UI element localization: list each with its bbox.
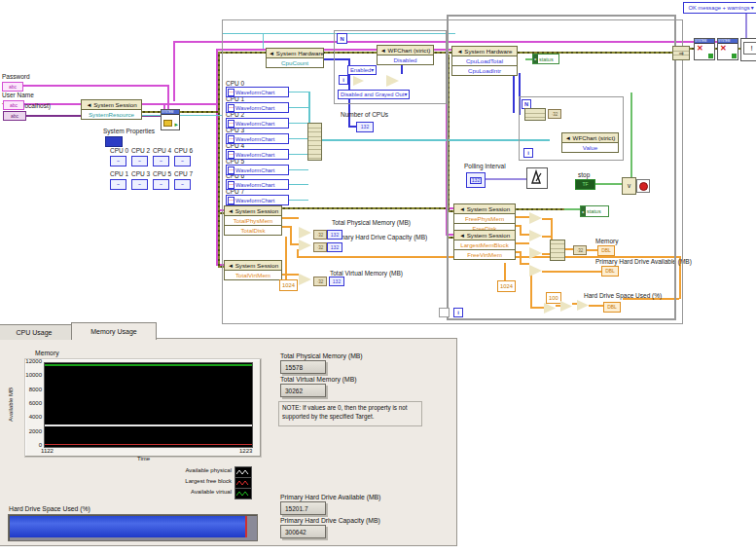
property-row[interactable]: FreeVirtMem [454, 249, 515, 259]
conversion-node[interactable]: ·32 [313, 242, 327, 252]
property-node-system-hardware-load[interactable]: ◄ System Hardware CpuLoadTotal CpuLoadIn… [451, 46, 518, 76]
total-virtual-terminal[interactable]: 132 [329, 277, 344, 286]
primary-available-value: 15201.7 [280, 501, 326, 515]
conversion-node[interactable]: ·32 [548, 109, 561, 119]
ref-in-icon: ◄ [459, 205, 467, 212]
chart-ref-icon [228, 89, 234, 96]
username-label: User Name [2, 92, 34, 98]
property-row[interactable]: TotalPhysMem [225, 215, 281, 225]
cpu-chart-terminal[interactable]: ~ [131, 156, 148, 166]
property-row[interactable]: TotalVirtMem [225, 270, 281, 279]
chart-ref-icon [228, 181, 234, 189]
waveform-chart-ref[interactable]: WaveformChart [226, 118, 289, 129]
wait-metronome-node[interactable] [526, 167, 548, 189]
property-row[interactable]: Value [562, 142, 618, 152]
hd-usage-bar[interactable] [8, 514, 258, 541]
password-terminal[interactable]: abc [2, 82, 23, 92]
property-node-wfchart-value[interactable]: ◄ WFChart (strict) Value [561, 132, 619, 153]
hd-bar-marker [245, 516, 247, 537]
iteration-terminal: i [453, 308, 463, 317]
property-row[interactable]: CpuLoadTotal [452, 55, 517, 65]
disabled-grayed-enum[interactable]: Disabled and Grayed Out▾ [338, 90, 410, 99]
username-terminal[interactable]: abc [3, 100, 24, 110]
property-node-wfchart-disabled[interactable]: ◄ WFChart (strict) Disabled [377, 45, 434, 65]
property-row[interactable]: Disabled [378, 55, 433, 64]
conversion-node[interactable]: ·32 [313, 230, 327, 240]
constant-1024[interactable]: 1024 [279, 279, 298, 291]
property-row[interactable]: LargestMemBlock [454, 240, 515, 249]
primary-capacity-terminal[interactable]: 132 [327, 242, 342, 252]
waveform-chart-ref[interactable]: WaveformChart [226, 195, 289, 205]
total-physical-terminal[interactable]: 132 [327, 230, 342, 240]
legend-swatch[interactable] [234, 488, 252, 499]
status-indicator[interactable]: ▸status [532, 54, 559, 64]
open-session-vi[interactable]: SYSTEM▸ [161, 109, 180, 130]
property-node-system-session[interactable]: ◄ System Session SystemResource [81, 99, 142, 120]
property-node-total-mem[interactable]: ◄ System Session TotalPhysMem TotalDisk [224, 205, 282, 236]
conversion-node[interactable]: ·32 [313, 277, 327, 286]
constant-1024[interactable]: 1024 [497, 280, 516, 292]
property-row[interactable]: SystemResource [82, 109, 141, 119]
or-compound-node[interactable]: ∨ [622, 177, 636, 195]
waveform-chart-ref[interactable]: WaveformChart [226, 87, 289, 97]
conversion-node[interactable]: ·32 [573, 245, 587, 255]
property-node-largest-block[interactable]: ◄ System Session LargestMemBlock FreeVir… [453, 230, 516, 260]
property-row[interactable]: FreePhysMem [454, 213, 515, 223]
polling-interval-control[interactable]: 132 [466, 172, 486, 188]
cpu-chart-terminal[interactable]: ~ [110, 156, 126, 166]
chevron-down-icon: ▾ [404, 92, 407, 97]
number-of-cpus-terminal[interactable]: 132 [356, 122, 374, 132]
cpu-chart-terminal[interactable]: ~ [153, 156, 169, 166]
constant-100[interactable]: 100 [546, 292, 561, 304]
bundle-node[interactable] [550, 240, 565, 261]
property-row[interactable]: TotalDisk [225, 225, 281, 235]
tab-cpu-usage[interactable]: CPU Usage [0, 324, 72, 340]
enabled-enum[interactable]: Enabled▾ [347, 65, 377, 75]
property-row[interactable]: CpuLoadIntr [452, 65, 517, 75]
legend-label: Available virtual [183, 489, 232, 495]
stop-button-terminal[interactable]: TF [575, 179, 595, 190]
tab-memory-usage[interactable]: Memory Usage [71, 322, 157, 340]
memory-chart-terminal[interactable]: DBL [597, 245, 615, 256]
build-array-node[interactable] [307, 123, 322, 161]
close-session-vi[interactable]: SYSTEM✕ [717, 38, 738, 60]
loop-condition-box [439, 308, 450, 317]
cpu-chart-terminal[interactable]: ~ [174, 179, 191, 190]
system-properties-terminal[interactable] [105, 136, 123, 147]
chart-ref-icon [228, 135, 234, 143]
ref-in-icon: ◄ [228, 262, 235, 269]
loop-condition-terminal[interactable] [636, 179, 650, 193]
cpu-chart-terminal[interactable]: ~ [153, 179, 169, 190]
memory-chart-plot[interactable] [44, 362, 253, 448]
ok-message-enum[interactable]: OK message + warnings▾ [683, 2, 756, 14]
target-terminal[interactable]: abc [3, 111, 26, 121]
waveform-chart-ref[interactable]: WaveformChart [226, 133, 289, 144]
note-text: NOTE: If values are 0, then the property… [278, 401, 422, 426]
password-label: Password [2, 73, 30, 80]
close-session-vi[interactable]: SYSTEM✕ [694, 38, 715, 60]
y-tick: 10000 [17, 372, 42, 378]
primary-available-terminal[interactable]: DBL [601, 266, 619, 277]
waveform-chart-ref[interactable]: WaveformChart [226, 149, 289, 160]
ref-in-icon: ◄ [565, 134, 573, 141]
cpu-chart-terminal[interactable]: ~ [110, 179, 126, 190]
x-tick: 1223 [239, 448, 252, 454]
simple-error-handler-vi[interactable]: ! [740, 38, 756, 61]
wire [140, 103, 216, 105]
waveform-chart-ref[interactable]: WaveformChart [226, 165, 289, 175]
cpu-label: CPU 6 [174, 147, 193, 154]
ref-in-icon: ◄ [269, 50, 276, 56]
hd-used-terminal[interactable]: DBL [603, 302, 621, 313]
waveform-chart-ref[interactable]: WaveformChart [226, 102, 289, 113]
property-node-total-virt[interactable]: ◄ System Session TotalVirtMem [224, 260, 282, 280]
y-tick: 0 [17, 442, 42, 448]
node-header: System Session [235, 207, 278, 214]
property-row[interactable]: CpuCount [267, 57, 323, 67]
property-node-system-hardware[interactable]: ◄ System Hardware CpuCount [266, 48, 324, 68]
merge-errors-node[interactable]: ⇉ [672, 46, 690, 60]
cpu-chart-terminal[interactable]: ~ [131, 179, 148, 190]
cpu-chart-terminal[interactable]: ~ [174, 156, 191, 166]
index-array-node[interactable] [524, 108, 546, 121]
waveform-chart-ref[interactable]: WaveformChart [226, 179, 289, 190]
status-indicator[interactable]: ▸status [580, 205, 609, 217]
